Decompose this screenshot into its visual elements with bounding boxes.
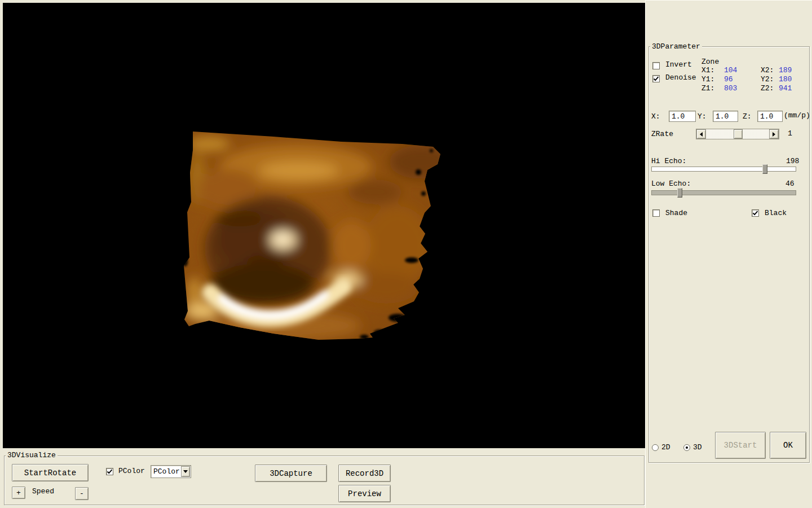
shade-checkbox[interactable] (652, 209, 660, 217)
low-echo-slider-track[interactable] (651, 190, 796, 195)
x-scale-input[interactable] (669, 111, 696, 122)
black-label: Black (765, 209, 787, 217)
zone-y1-label: Y1: (701, 76, 714, 84)
zrate-label: ZRate (651, 130, 673, 138)
hi-echo-slider-track[interactable] (651, 167, 796, 172)
mode-2d-label: 2D (661, 444, 670, 452)
zone-z1-label: Z1: (701, 85, 714, 93)
parameter-panel: 3DParameter Invert Denoise Zone X1: 104 … (645, 0, 812, 508)
check-icon (653, 76, 659, 82)
parameter-group-title: 3DParameter (650, 43, 702, 51)
record3d-button[interactable]: Record3D (338, 465, 391, 482)
z-scale-label: Z: (743, 113, 752, 121)
zone-x2-value: 189 (779, 67, 792, 75)
radio-dot-icon (686, 446, 688, 449)
arrow-right-icon (773, 132, 778, 137)
ultrasound-render (3, 3, 645, 448)
parameter-groupbox (648, 46, 810, 463)
check-icon (752, 210, 758, 216)
speed-plus-button[interactable]: + (12, 487, 25, 499)
app-window: 3DParameter Invert Denoise Zone X1: 104 … (0, 0, 812, 508)
shade-label: Shade (665, 209, 687, 217)
zone-y2-label: Y2: (761, 76, 774, 84)
zone-x1-label: X1: (701, 67, 714, 75)
pcolor-dropdown[interactable]: PColor (151, 465, 191, 478)
visualize-group-title: 3DVisualize (6, 452, 58, 459)
denoise-label: Denoise (665, 74, 696, 82)
pcolor-label: PColor (118, 467, 145, 475)
denoise-checkbox[interactable] (652, 75, 660, 82)
zone-z2-label: Z2: (761, 85, 774, 93)
zone-y1-value: 96 (724, 76, 733, 84)
zrate-left-arrow[interactable] (696, 129, 706, 139)
pcolor-dropdown-button[interactable] (181, 466, 190, 477)
speed-label: Speed (32, 488, 54, 496)
start-rotate-button[interactable]: StartRotate (12, 464, 89, 481)
zone-title: Zone (701, 58, 719, 66)
pcolor-dropdown-value: PColor (153, 467, 180, 476)
low-echo-slider-thumb[interactable] (677, 188, 682, 198)
hi-echo-value: 198 (786, 157, 799, 165)
zrate-right-arrow[interactable] (769, 129, 779, 139)
hi-echo-slider-thumb[interactable] (762, 164, 767, 174)
render-viewport[interactable] (3, 3, 645, 448)
mode-3d-radio[interactable] (683, 444, 690, 451)
zone-z2-value: 941 (779, 85, 792, 93)
y-scale-input[interactable] (713, 111, 738, 122)
pcolor-checkbox[interactable] (106, 468, 113, 475)
low-echo-label: Low Echo: (651, 180, 691, 188)
start3d-button: 3DStart (715, 432, 766, 459)
mode-2d-radio[interactable] (652, 444, 659, 451)
invert-checkbox[interactable] (652, 62, 660, 69)
zrate-value: 1 (788, 130, 792, 138)
x-scale-label: X: (651, 113, 660, 121)
zone-z1-value: 803 (724, 85, 737, 93)
zrate-thumb[interactable] (734, 129, 743, 139)
z-scale-input[interactable] (757, 111, 783, 122)
ok-button[interactable]: OK (770, 432, 806, 459)
y-scale-label: Y: (698, 113, 707, 121)
voxel-unit-label: (mm/p) (784, 112, 810, 120)
zone-x1-value: 104 (724, 67, 737, 75)
speed-minus-button[interactable]: - (75, 487, 89, 500)
hi-echo-label: Hi Echo: (651, 157, 686, 165)
zrate-scrollbar[interactable] (696, 129, 779, 139)
arrow-left-icon (698, 132, 703, 137)
invert-label: Invert (665, 61, 692, 69)
zone-y2-value: 180 (779, 76, 792, 84)
chevron-down-icon (183, 470, 188, 475)
check-icon (107, 468, 113, 475)
zone-x2-label: X2: (761, 67, 774, 75)
black-checkbox[interactable] (752, 209, 759, 217)
capture3d-button[interactable]: 3DCapture (255, 465, 327, 482)
low-echo-value: 46 (785, 180, 795, 188)
mode-3d-label: 3D (693, 444, 702, 452)
preview-button[interactable]: Preview (338, 485, 391, 502)
